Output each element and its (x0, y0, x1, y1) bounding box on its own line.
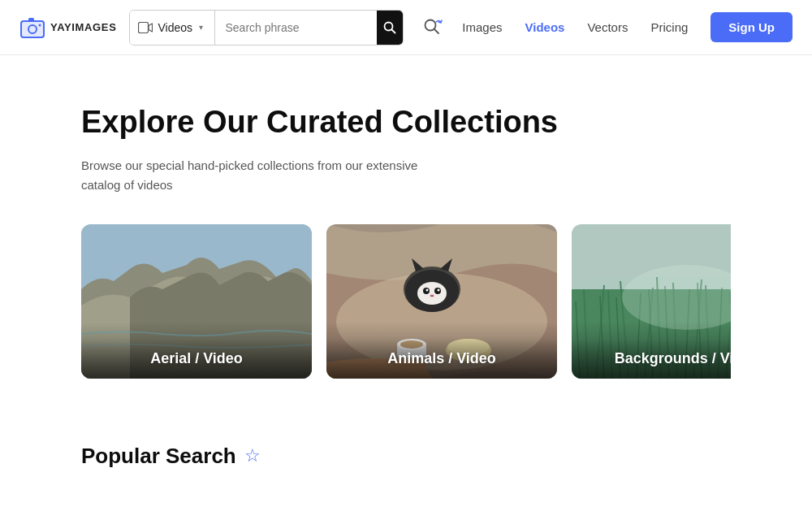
logo[interactable]: YAYIMAGES (19, 15, 116, 41)
sign-up-button[interactable]: Sign Up (710, 12, 793, 42)
section-subtitle: Browse our special hand-picked collectio… (81, 156, 731, 195)
search-icon (383, 21, 396, 34)
svg-rect-3 (28, 18, 34, 22)
popular-title: Popular Search (81, 444, 236, 469)
collection-card-backgrounds[interactable]: Backgrounds / Video (572, 224, 731, 379)
nav-vectors[interactable]: Vectors (587, 20, 628, 34)
svg-point-16 (417, 282, 447, 305)
logo-text: YAYIMAGES (50, 21, 116, 33)
aerial-card-label: Aerial / Video (81, 339, 312, 379)
search-type-dropdown[interactable]: Videos ▾ (130, 11, 215, 45)
visual-search-icon (421, 16, 444, 39)
backgrounds-card-label: Backgrounds / Video (572, 339, 731, 379)
svg-point-20 (438, 288, 440, 291)
svg-point-19 (426, 288, 429, 291)
logo-camera-icon (19, 15, 45, 41)
collection-card-aerial[interactable]: Aerial / Video (81, 224, 312, 379)
header: YAYIMAGES Videos ▾ Images (0, 0, 812, 55)
main-content: Explore Our Curated Collections Browse o… (0, 55, 812, 411)
section-title: Explore Our Curated Collections (81, 104, 731, 141)
popular-title-row: Popular Search ☆ (81, 444, 731, 469)
star-icon: ☆ (244, 445, 261, 466)
main-nav: Images Videos Vectors Pricing Sign Up (462, 12, 793, 42)
collection-row: Aerial / Video (81, 224, 731, 379)
search-input[interactable] (215, 11, 377, 45)
visual-search-button[interactable] (417, 11, 449, 44)
chevron-down-icon: ▾ (199, 23, 203, 32)
search-button[interactable] (377, 11, 403, 45)
nav-videos[interactable]: Videos (525, 20, 565, 34)
nav-images[interactable]: Images (462, 20, 502, 34)
svg-point-4 (39, 24, 41, 26)
nav-pricing[interactable]: Pricing (650, 20, 688, 34)
collection-card-animals[interactable]: Animals / Video (326, 224, 557, 379)
video-icon (138, 22, 153, 33)
popular-section: Popular Search ☆ (0, 411, 812, 469)
search-bar: Videos ▾ (129, 10, 404, 46)
svg-point-21 (430, 294, 434, 297)
svg-rect-5 (139, 22, 149, 32)
svg-rect-0 (21, 21, 44, 37)
search-type-label: Videos (158, 21, 192, 34)
animals-card-label: Animals / Video (326, 339, 557, 379)
